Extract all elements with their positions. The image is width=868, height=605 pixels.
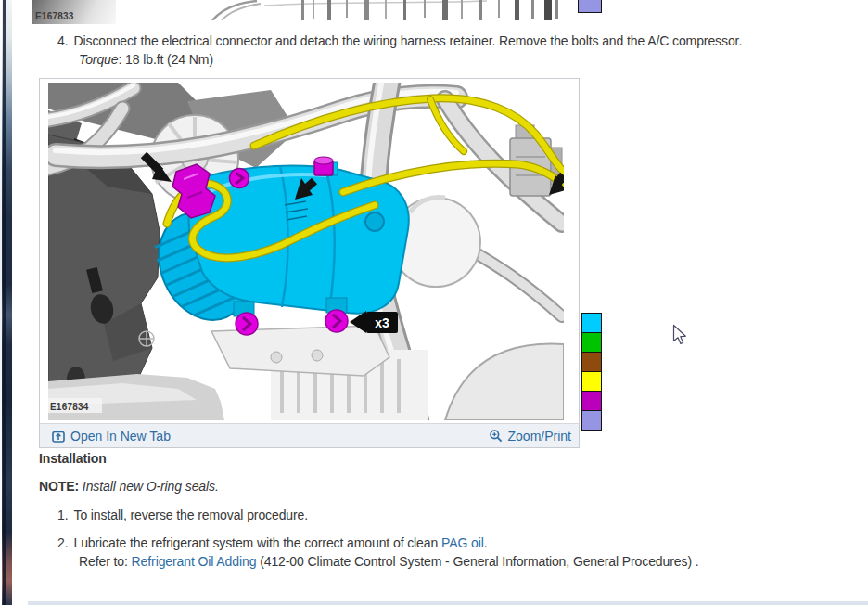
section-divider-bar: [28, 601, 868, 605]
bolt-count-badge: x3: [375, 315, 389, 330]
install-step-1: 1.To install, reverse the removal proced…: [57, 508, 308, 524]
legend-swatch-magenta: [581, 391, 602, 411]
refrigerant-oil-adding-link[interactable]: Refrigerant Oil Adding: [132, 554, 257, 569]
compressor-bolt: [326, 310, 348, 332]
legend-swatch-cyan: [581, 313, 602, 333]
torque-value: : 18 lb.ft (24 Nm): [118, 52, 212, 67]
open-in-new-tab-link[interactable]: Open In New Tab: [51, 429, 171, 444]
install-step-2: 2.Lubricate the refrigerant system with …: [57, 535, 488, 552]
figure-container: x3 E167834 Open In New Tab: [39, 78, 580, 448]
step-text: Disconnect the electrical connector and …: [73, 33, 742, 48]
legend-swatch-brown: [581, 352, 602, 372]
pag-oil-link[interactable]: PAG oil: [441, 535, 484, 550]
note-label: NOTE:: [39, 479, 79, 494]
note-text: Install new O-ring seals.: [83, 479, 219, 494]
harness-retainer-bolt: [230, 169, 249, 188]
compressor-bolt: [236, 313, 258, 335]
legend-swatch-partial: [578, 0, 602, 13]
open-in-new-tab-icon: [51, 429, 66, 444]
index-marker: [139, 331, 154, 346]
desktop-edge-strip: [0, 0, 12, 605]
legend-swatch-lavender: [581, 410, 602, 431]
torque-label: Torque: [79, 52, 118, 67]
torque-spec: Torque: 18 lb.ft (24 Nm): [79, 52, 213, 69]
removal-step-4: 4.Disconnect the electrical connector an…: [57, 33, 742, 50]
note-line: NOTE: Install new O-ring seals.: [39, 479, 219, 496]
zoom-print-link[interactable]: Zoom/Print: [489, 429, 571, 444]
ac-compressor-illustration: x3 E167834: [48, 83, 564, 420]
legend-swatch-yellow: [581, 371, 602, 392]
figure-code-label: E167834: [50, 402, 89, 412]
service-manual-page: E167833 4.Disconnect the electrical conn…: [0, 0, 868, 605]
compressor-port-cap: [314, 157, 333, 175]
zoom-print-label: Zoom/Print: [508, 429, 571, 444]
figure-code-label: E167833: [35, 11, 73, 21]
step-number: 4.: [57, 33, 68, 50]
open-in-new-tab-label: Open In New Tab: [70, 429, 171, 444]
color-legend: [581, 313, 602, 431]
installation-heading: Installation: [39, 451, 107, 468]
previous-figure-lineart: [209, 0, 563, 20]
zoom-print-icon: [489, 429, 504, 444]
legend-swatch-green: [581, 332, 602, 353]
mouse-cursor: [672, 324, 688, 347]
refer-to-line: Refer to: Refrigerant Oil Adding (412-00…: [79, 554, 699, 571]
figure-toolbar: Open In New Tab Zoom/Print: [40, 423, 579, 447]
